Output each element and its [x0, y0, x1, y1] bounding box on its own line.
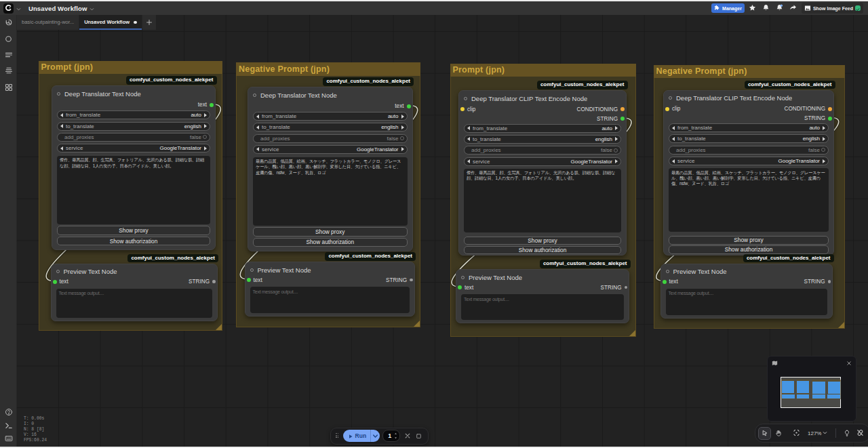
batch-count-stepper[interactable]: [393, 432, 398, 439]
output-slot-STRING[interactable]: STRING: [804, 279, 831, 285]
manager-button[interactable]: Manager: [711, 3, 745, 13]
toggle-lightbulb-button[interactable]: [841, 428, 852, 439]
fit-view-button[interactable]: [791, 428, 802, 439]
widget-next-arrow[interactable]: [615, 126, 618, 130]
widget-to_translate[interactable]: to_translate english: [669, 134, 829, 143]
show-proxy-button[interactable]: Show proxy: [669, 236, 829, 245]
widget-prev-arrow[interactable]: [467, 159, 470, 163]
show-authorization-button[interactable]: Show authorization: [464, 246, 621, 255]
run-button[interactable]: Run: [343, 430, 380, 442]
input-slot-text[interactable]: text: [458, 284, 473, 291]
prompt-textarea[interactable]: 傑作、最高品質、顔、生写真、フォトリアル、光沢のある肌、詳細な肌、詳細な顔、詳細…: [464, 169, 621, 232]
widget-to_translate[interactable]: to_translate english: [464, 135, 621, 144]
actionbar-drag-handle[interactable]: [336, 433, 340, 439]
widget-toggle-dot[interactable]: [400, 136, 404, 140]
workflow-tab-2[interactable]: Unsaved Workflow: [79, 15, 142, 30]
widget-add_proxies[interactable]: add_proxies false: [253, 134, 408, 143]
widget-prev-arrow[interactable]: [60, 146, 63, 150]
widget-next-arrow[interactable]: [823, 126, 825, 130]
batch-count-input[interactable]: 1: [382, 430, 400, 442]
widget-next-arrow[interactable]: [823, 159, 825, 163]
preview-textarea[interactable]: Text message output....: [250, 287, 410, 313]
show-proxy-button[interactable]: Show proxy: [57, 226, 210, 235]
input-slot-text[interactable]: text: [53, 279, 68, 285]
interrupt-button[interactable]: [403, 430, 412, 441]
node-titlebar[interactable]: Preview Text Node: [661, 264, 833, 279]
node-titlebar[interactable]: Preview Text Node: [456, 270, 629, 285]
sidebar-model-library-icon[interactable]: [3, 64, 15, 77]
run-options-chevron-icon[interactable]: [371, 430, 380, 442]
node-preview-text-node[interactable]: Preview Text Nodecomfyui_custom_nodes_al…: [660, 264, 833, 319]
widget-add_proxies[interactable]: add_proxies false: [57, 133, 210, 142]
preview-textarea[interactable]: Text message output....: [56, 289, 212, 318]
toggle-links-button[interactable]: [854, 428, 866, 439]
show-proxy-button[interactable]: Show proxy: [253, 227, 408, 237]
node-titlebar[interactable]: Deep Translator CLIP Text Encode Node: [459, 91, 626, 106]
node-titlebar[interactable]: Deep Translator Text Node: [52, 86, 215, 101]
bell-icon[interactable]: [761, 3, 772, 14]
output-slot-STRING[interactable]: STRING: [601, 284, 627, 291]
minimap-viewport[interactable]: [781, 377, 841, 408]
comfyui-logo[interactable]: [3, 3, 14, 14]
logo-chevron-icon[interactable]: [16, 2, 21, 14]
workflow-title-chevron-icon[interactable]: [90, 2, 94, 14]
widget-prev-arrow[interactable]: [60, 113, 63, 117]
widget-from_translate[interactable]: from_translate auto: [57, 110, 210, 119]
input-slot-text[interactable]: text: [663, 279, 678, 285]
node-titlebar[interactable]: Deep Translator CLIP Text Encode Node: [664, 91, 833, 106]
prompt-textarea[interactable]: 最悪の品質、低品質、絵画、スケッチ、フラットカラー、モノクロ、グレースケール、醜…: [669, 168, 829, 232]
input-slot-clip[interactable]: clip: [665, 106, 680, 113]
output-slot-STRING[interactable]: STRING: [597, 115, 625, 122]
widget-service[interactable]: service GoogleTranslator: [57, 144, 210, 152]
show-authorization-button[interactable]: Show authorization: [253, 238, 408, 247]
show-proxy-button[interactable]: Show proxy: [464, 237, 621, 245]
output-slot-STRING[interactable]: STRING: [386, 277, 412, 283]
widget-next-arrow[interactable]: [204, 146, 207, 150]
node-collapse-dot[interactable]: [253, 94, 256, 97]
widget-next-arrow[interactable]: [823, 137, 825, 141]
output-slot-text[interactable]: text: [198, 102, 214, 108]
node-deep-translator-clip-text-encode-node[interactable]: Deep Translator CLIP Text Encode Nodecom…: [458, 90, 627, 256]
graph-canvas[interactable]: Prompt (jpn) Negative Prompt (jpn) Promp…: [17, 15, 868, 447]
widget-next-arrow[interactable]: [401, 115, 404, 119]
widget-prev-arrow[interactable]: [467, 126, 470, 130]
sidebar-node-library-icon[interactable]: [3, 49, 15, 61]
output-slot-STRING[interactable]: STRING: [804, 115, 832, 122]
node-deep-translator-text-node[interactable]: Deep Translator Text Nodecomfyui_custom_…: [248, 87, 413, 251]
widget-service[interactable]: service GoogleTranslator: [669, 157, 829, 165]
node-collapse-dot[interactable]: [669, 96, 672, 100]
widget-prev-arrow[interactable]: [60, 124, 63, 128]
workflow-tab-1[interactable]: basic-outpainting-wor...: [17, 15, 79, 30]
widget-prev-arrow[interactable]: [256, 125, 259, 129]
widget-to_translate[interactable]: to_translate english: [253, 123, 408, 131]
show-authorization-button[interactable]: Show authorization: [57, 237, 210, 246]
sidebar-workflows-icon[interactable]: [3, 16, 15, 28]
new-workflow-tab-button[interactable]: [142, 15, 156, 30]
share-icon[interactable]: [788, 3, 799, 14]
widget-prev-arrow[interactable]: [467, 137, 470, 141]
widget-next-arrow[interactable]: [615, 159, 618, 163]
widget-prev-arrow[interactable]: [672, 137, 675, 141]
node-collapse-dot[interactable]: [250, 268, 254, 272]
bell-badge-icon[interactable]: [774, 3, 785, 14]
widget-next-arrow[interactable]: [401, 147, 404, 151]
node-deep-translator-clip-text-encode-node[interactable]: Deep Translator CLIP Text Encode Nodecom…: [663, 90, 834, 256]
node-titlebar[interactable]: Deep Translator Text Node: [248, 87, 412, 102]
prompt-textarea[interactable]: 傑作、最高品質、顔、生写真、フォトリアル、光沢のある肌、詳細な肌、詳細な顔、詳細…: [57, 156, 210, 224]
node-titlebar[interactable]: Preview Text Node: [245, 262, 414, 277]
workflow-title[interactable]: Unsaved Workflow: [28, 5, 87, 12]
sidebar-terminal-icon[interactable]: [3, 420, 15, 432]
clear-queue-button[interactable]: [414, 430, 423, 441]
preview-textarea[interactable]: Text message output....: [461, 294, 624, 320]
widget-next-arrow[interactable]: [615, 137, 618, 141]
node-deep-translator-text-node[interactable]: Deep Translator Text Nodecomfyui_custom_…: [52, 85, 216, 250]
node-collapse-dot[interactable]: [57, 92, 60, 96]
output-slot-text[interactable]: text: [395, 103, 410, 110]
star-icon[interactable]: [747, 3, 758, 14]
node-titlebar[interactable]: Preview Text Node: [52, 264, 217, 279]
widget-add_proxies[interactable]: add_proxies false: [669, 146, 829, 155]
widget-from_translate[interactable]: from_translate auto: [669, 123, 829, 132]
widget-to_translate[interactable]: to_translate english: [57, 122, 210, 131]
widget-from_translate[interactable]: from_translate auto: [464, 124, 621, 133]
widget-prev-arrow[interactable]: [672, 159, 675, 163]
